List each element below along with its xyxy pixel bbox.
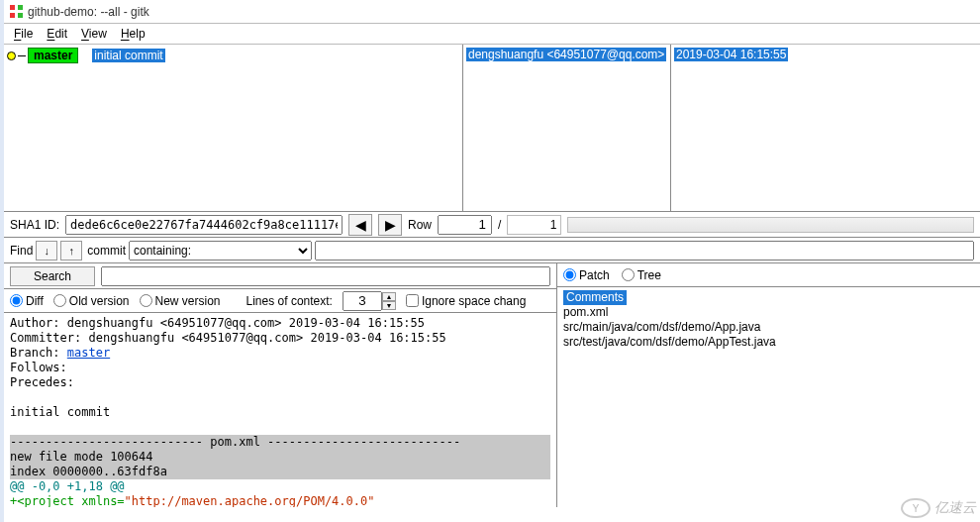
detail-author: Author: dengshuangfu <64951077@qq.com> 2…: [10, 316, 550, 331]
find-next-button[interactable]: ↓: [36, 241, 57, 261]
file-list-item[interactable]: pom.xml: [563, 305, 974, 320]
commit-date: 2019-03-04 16:15:55: [674, 48, 788, 61]
old-version-radio-input[interactable]: [53, 294, 66, 307]
date-panel[interactable]: 2019-03-04 16:15:55: [671, 45, 980, 211]
new-version-radio-input[interactable]: [140, 294, 152, 307]
commit-row[interactable]: master initial commit: [7, 48, 459, 63]
branch-link[interactable]: master: [67, 346, 110, 360]
index-line: index 0000000..63fdf8a: [10, 465, 550, 479]
find-row: Find ↓ ↑ commit containing:: [4, 238, 980, 263]
menu-bar: File Edit View Help: [4, 24, 980, 45]
tree-radio-input[interactable]: [622, 268, 635, 281]
commit-author: dengshuangfu <64951077@qq.com>: [466, 48, 666, 61]
row-current-input[interactable]: [438, 215, 492, 235]
menu-help[interactable]: Help: [121, 27, 146, 41]
history-panel[interactable]: master initial commit: [4, 45, 463, 211]
tree-radio[interactable]: Tree: [622, 268, 661, 282]
detail-message: initial commit: [10, 405, 550, 420]
search-toolbar: Search: [4, 263, 556, 289]
file-list-header[interactable]: Comments: [563, 290, 627, 305]
new-file-mode: new file mode 100644: [10, 450, 550, 465]
row-separator: /: [498, 218, 501, 232]
branch-tag: master: [28, 48, 78, 63]
file-separator: --------------------------- pom.xml ----…: [10, 435, 550, 450]
nav-next-button[interactable]: ▶: [378, 214, 402, 236]
new-version-radio[interactable]: New version: [140, 294, 221, 308]
commit-subject: initial commit: [92, 49, 164, 62]
lines-of-context-input[interactable]: [343, 291, 382, 311]
find-mode: commit: [87, 244, 126, 258]
detail-branch: Branch: master: [10, 346, 550, 361]
menu-file[interactable]: File: [14, 27, 33, 41]
old-version-radio[interactable]: Old version: [53, 294, 130, 308]
hunk-header: @@ -0,0 +1,18 @@: [10, 479, 550, 494]
patch-radio[interactable]: Patch: [563, 268, 610, 282]
diff-radio-input[interactable]: [10, 294, 23, 307]
commit-node-icon: [7, 52, 16, 60]
menu-view[interactable]: View: [81, 27, 107, 41]
spin-down-icon[interactable]: ▼: [382, 301, 396, 310]
diff-pane[interactable]: Author: dengshuangfu <64951077@qq.com> 2…: [4, 313, 556, 507]
sha-input[interactable]: [65, 215, 343, 235]
diff-radio[interactable]: Diff: [10, 294, 44, 308]
detail-precedes: Precedes:: [10, 375, 550, 390]
row-label: Row: [408, 218, 432, 232]
find-match-select[interactable]: containing:: [129, 241, 312, 261]
patch-radio-input[interactable]: [563, 268, 576, 281]
detail-follows: Follows:: [10, 361, 550, 375]
detail-committer: Committer: dengshuangfu <64951077@qq.com…: [10, 331, 550, 346]
search-button[interactable]: Search: [10, 266, 95, 286]
lines-of-context-label: Lines of context:: [246, 294, 333, 308]
window-title: github-demo: --all - gitk: [28, 5, 149, 19]
lower-panels: Search Diff Old version New version Line…: [4, 263, 980, 507]
upper-panels: master initial commit dengshuangfu <6495…: [4, 45, 980, 212]
sha-label: SHA1 ID:: [10, 218, 59, 232]
ignore-space-checkbox[interactable]: Ignore space chang: [406, 294, 526, 308]
patch-tree-toolbar: Patch Tree: [557, 263, 980, 287]
horizontal-scrollbar[interactable]: [567, 217, 974, 233]
lines-of-context-spinner[interactable]: ▲ ▼: [343, 291, 396, 311]
find-input[interactable]: [315, 241, 974, 261]
file-list-item[interactable]: src/test/java/com/dsf/demo/AppTest.java: [563, 335, 974, 350]
file-list-item[interactable]: src/main/java/com/dsf/demo/App.java: [563, 320, 974, 335]
title-bar: github-demo: --all - gitk: [4, 0, 980, 24]
search-input[interactable]: [101, 266, 550, 286]
added-line: +<project xmlns="http://maven.apache.org…: [10, 494, 550, 507]
spin-up-icon[interactable]: ▲: [382, 292, 396, 301]
nav-prev-button[interactable]: ◀: [348, 214, 372, 236]
app-icon: [10, 5, 24, 19]
find-prev-button[interactable]: ↑: [60, 241, 82, 261]
menu-edit[interactable]: Edit: [47, 27, 67, 41]
lower-left: Search Diff Old version New version Line…: [4, 263, 557, 507]
diff-options-toolbar: Diff Old version New version Lines of co…: [4, 289, 556, 313]
row-total: 1: [507, 215, 561, 235]
find-label: Find: [10, 244, 33, 258]
lower-right: Patch Tree Comments pom.xml src/main/jav…: [557, 263, 980, 507]
file-list[interactable]: Comments pom.xml src/main/java/com/dsf/d…: [557, 287, 980, 353]
graph-edge: [18, 55, 26, 56]
sha-row: SHA1 ID: ◀ ▶ Row / 1: [4, 212, 980, 238]
ignore-space-checkbox-input[interactable]: [406, 294, 419, 307]
author-panel[interactable]: dengshuangfu <64951077@qq.com>: [463, 45, 671, 211]
